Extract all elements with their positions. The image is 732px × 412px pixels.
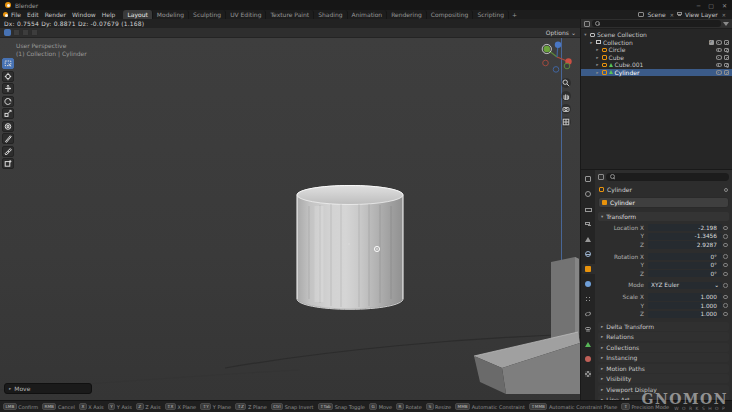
disclosure-icon[interactable]: ▸ [595,47,600,52]
menu-render[interactable]: Render [42,11,69,18]
properties-search-input[interactable] [606,173,729,181]
animate-decorator[interactable] [722,263,729,268]
disclosure-icon[interactable]: ▸ [595,55,600,60]
tab-layout[interactable]: Layout [123,10,152,19]
disclosure-icon[interactable]: ▸ [595,62,600,67]
object-name-field[interactable]: Cylinder [598,197,729,208]
menu-window[interactable]: Window [69,11,99,18]
material-tab[interactable] [582,354,595,364]
view-layer-name[interactable]: View Layer [684,11,719,18]
rotation-y-input[interactable]: 0° [648,262,722,269]
tab-sculpting[interactable]: Sculpting [189,10,226,19]
scale-y-input[interactable]: 1.000 [648,302,722,309]
properties-editor-icon[interactable] [598,174,604,180]
disclosure-icon[interactable]: ▾ [583,32,588,37]
transform-section-header[interactable]: ▾ Transform [598,212,729,221]
cylinder-mesh[interactable] [297,186,403,310]
pan-hand-icon[interactable] [561,91,571,101]
measure-tool-icon[interactable] [2,146,14,157]
animate-decorator[interactable] [722,303,729,308]
animate-decorator[interactable] [722,226,729,231]
scene-unlink-icon[interactable]: ✕ [669,12,675,18]
hide-eye-icon[interactable] [716,63,722,68]
scale-tool-icon[interactable] [2,108,14,119]
tool-settings-icon-4[interactable] [31,29,38,36]
select-box-tool-icon[interactable] [2,58,14,69]
section-visibility[interactable]: ▸ Visibility [598,374,729,383]
add-workspace-button[interactable]: + [509,11,520,18]
section-viewport-display[interactable]: ▸ Viewport Display [598,385,729,394]
outliner-row-collection[interactable]: ▸ Collection [581,39,732,47]
menu-help[interactable]: Help [99,11,119,18]
minimize-button[interactable]: ─ [697,2,701,9]
navigation-gizmo[interactable] [540,40,574,74]
animate-decorator[interactable] [722,234,729,239]
particles-tab[interactable] [582,294,595,304]
tab-uv-editing[interactable]: UV Editing [226,10,266,19]
texture-tab[interactable] [582,369,595,379]
move-tool-icon[interactable] [2,83,14,94]
tab-scripting[interactable]: Scripting [473,10,509,19]
gizmo-y-axis[interactable] [544,46,550,52]
tab-compositing[interactable]: Compositing [427,10,474,19]
animate-decorator[interactable] [722,295,729,300]
animate-decorator[interactable] [722,283,729,288]
browse-scene-icon[interactable] [638,12,644,17]
disclosure-icon[interactable]: ▸ [589,40,594,45]
disable-render-icon[interactable] [724,55,730,60]
view-layer-icon[interactable] [677,12,682,15]
gizmo-z-axis[interactable] [555,42,561,48]
ortho-toggle-icon[interactable] [561,117,571,127]
outliner-row-circle[interactable]: ▸ Circle [581,46,732,54]
outliner-search-input[interactable] [592,20,721,27]
hide-eye-icon[interactable] [716,55,722,60]
active-tool-icon[interactable] [4,29,11,36]
location-z-input[interactable]: 2.9287 [648,241,722,248]
modifiers-tab[interactable] [582,279,595,289]
outliner-row-cube[interactable]: ▸ Cube [581,54,732,62]
animate-decorator[interactable] [722,254,729,259]
transform-tool-icon[interactable] [2,121,14,132]
location-y-input[interactable]: -1.3456 [648,233,722,240]
outliner-row-cylinder[interactable]: ▸ Cylinder [581,69,732,77]
rotation-z-input[interactable]: 0° [648,270,722,277]
exclude-checkbox[interactable] [709,40,714,45]
rotation-x-input[interactable]: 0° [648,253,722,260]
render-tab[interactable] [582,189,595,199]
output-tab[interactable] [582,204,595,214]
options-dropdown[interactable]: Options ⌄ [546,29,576,36]
tab-modeling[interactable]: Modeling [153,10,189,19]
section-delta-transform[interactable]: ▸ Delta Transform [598,322,729,331]
outliner-row-cube-001[interactable]: ▸ Cube.001 [581,61,732,69]
hide-eye-icon[interactable] [716,48,722,53]
object-data-tab[interactable] [582,339,595,349]
view-layer-tab[interactable] [582,219,595,229]
viewport-canvas[interactable]: User Perspective (1) Collection | Cylind… [0,38,580,400]
close-button[interactable]: ✕ [722,2,727,9]
animate-decorator[interactable] [722,272,729,277]
animate-decorator[interactable] [722,243,729,248]
physics-tab[interactable] [582,309,595,319]
zoom-icon[interactable] [561,78,571,88]
animate-decorator[interactable] [722,312,729,317]
slab-mesh[interactable] [474,332,580,394]
cursor-tool-icon[interactable] [2,71,14,82]
menu-edit[interactable]: Edit [24,11,42,18]
world-tab[interactable] [582,249,595,259]
scene-name[interactable]: Scene [646,11,666,18]
maximize-button[interactable]: ▢ [708,2,714,9]
scale-z-input[interactable]: 1.000 [648,311,722,318]
tab-texture-paint[interactable]: Texture Paint [266,10,314,19]
constraints-tab[interactable] [582,324,595,334]
gizmo-z-neg[interactable] [553,67,559,73]
blender-menu-icon[interactable] [3,12,8,17]
gizmo-x-neg[interactable] [543,60,549,66]
tool-settings-icon-2[interactable] [13,29,20,36]
add-cube-tool-icon[interactable] [2,158,14,169]
disable-render-icon[interactable] [724,48,730,53]
location-x-input[interactable]: -2.198 [648,224,722,231]
gizmo-y-neg[interactable] [564,63,570,69]
rotate-tool-icon[interactable] [2,96,14,107]
section-collections[interactable]: ▸ Collections [598,343,729,352]
menu-file[interactable]: File [8,11,24,18]
